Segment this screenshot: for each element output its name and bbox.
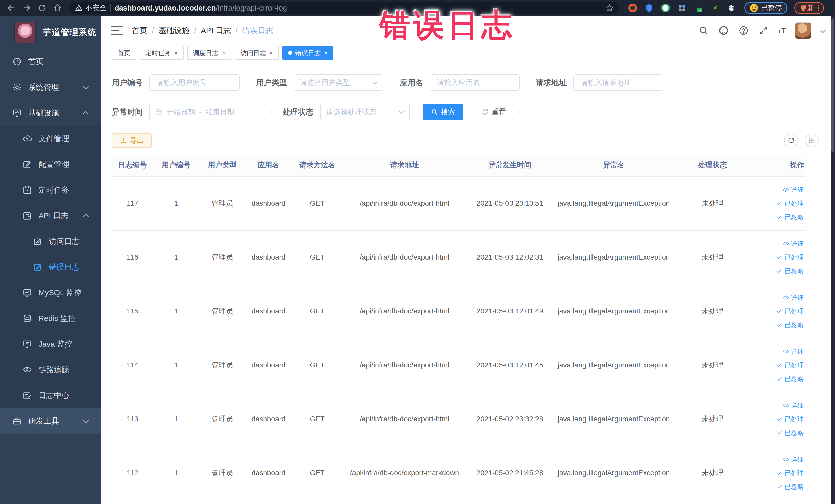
sidebar-item-config-management[interactable]: 配置管理 — [0, 152, 101, 177]
reset-button-label: 重置 — [492, 107, 506, 117]
breadcrumb-infrastructure[interactable]: 基础设施 — [159, 25, 189, 36]
scrollbar-thumb[interactable] — [831, 19, 834, 152]
mark-ignored-link[interactable]: 已忽略 — [776, 213, 804, 221]
reload-icon[interactable] — [36, 1, 49, 15]
extension-paw-icon[interactable] — [727, 3, 736, 13]
warning-triangle-icon — [75, 4, 83, 12]
extension-shield-icon[interactable] — [644, 3, 654, 13]
breadcrumb-home[interactable]: 首页 — [132, 25, 147, 36]
update-label: 更新 — [800, 3, 814, 13]
browser-menu-icon[interactable] — [818, 5, 819, 11]
col-user-type: 用户类型 — [199, 154, 245, 176]
avatar[interactable] — [795, 22, 811, 39]
search-icon[interactable] — [698, 25, 709, 36]
sidebar-item-access-logs[interactable]: 访问日志 — [0, 228, 101, 254]
extension-grid-icon[interactable] — [677, 3, 687, 13]
sidebar-item-label: API 日志 — [39, 210, 68, 221]
mark-ignored-link[interactable]: 已忽略 — [776, 428, 804, 437]
tab-error-logs[interactable]: 错误日志 × — [282, 46, 333, 60]
monitor-icon — [12, 108, 22, 118]
close-icon[interactable]: × — [222, 49, 225, 56]
mark-ignored-link[interactable]: 已忽略 — [776, 375, 804, 383]
close-icon[interactable]: × — [324, 49, 328, 56]
exception-time-range-picker[interactable]: 开始日期 - 结束日期 — [149, 104, 266, 120]
search-button[interactable]: 搜索 — [423, 104, 463, 120]
extension-adblock-on-icon[interactable]: on — [694, 3, 703, 13]
detail-link[interactable]: 详细 — [782, 240, 804, 248]
toolbox-icon — [12, 417, 22, 426]
eye-icon — [782, 402, 789, 408]
sidebar-item-infrastructure[interactable]: 基础设施 — [0, 100, 101, 126]
sidebar-item-dev-tools[interactable]: 研发工具 — [0, 408, 101, 434]
mark-processed-link[interactable]: 已处理 — [776, 415, 804, 423]
security-warning[interactable]: 不安全 — [75, 3, 107, 13]
mark-processed-link[interactable]: 已处理 — [776, 199, 804, 208]
sidebar-item-system-management[interactable]: 系统管理 — [0, 75, 101, 100]
mark-ignored-link[interactable]: 已忽略 — [776, 321, 804, 329]
sidebar-toggle-icon[interactable] — [111, 26, 123, 35]
sidebar-item-scheduled-tasks[interactable]: 定时任务 — [0, 177, 101, 203]
gear-icon — [12, 83, 22, 92]
breadcrumb-api-logs[interactable]: API 日志 — [201, 25, 231, 36]
extension-orange-icon[interactable] — [628, 3, 638, 13]
tab-scheduled-tasks[interactable]: 定时任务 × — [140, 46, 184, 60]
page-scrollbar[interactable] — [831, 16, 835, 504]
paused-badge-label: 已暂停 — [761, 3, 782, 13]
sidebar-item-file-management[interactable]: 文件管理 — [0, 126, 101, 152]
mark-processed-link[interactable]: 已处理 — [776, 469, 804, 477]
app-logo-row[interactable]: 芋道管理系统 — [0, 16, 101, 49]
help-icon[interactable] — [738, 25, 749, 36]
home-icon[interactable] — [51, 1, 64, 15]
mark-processed-link[interactable]: 已处理 — [776, 253, 804, 262]
process-status-select[interactable]: 请选择处理状态 — [320, 104, 410, 120]
forward-icon[interactable] — [20, 1, 33, 15]
detail-link[interactable]: 详细 — [782, 186, 804, 194]
request-url-input[interactable] — [573, 75, 663, 91]
sidebar-item-tracing[interactable]: 链路追踪 — [0, 357, 101, 383]
search-button-label: 搜索 — [441, 107, 455, 117]
avatar-caret-down-icon[interactable] — [820, 28, 826, 33]
mark-processed-link[interactable]: 已处理 — [776, 307, 804, 316]
app-name-input[interactable] — [430, 75, 520, 91]
paused-badge[interactable]: 已暂停 — [745, 2, 787, 14]
column-settings-button[interactable] — [805, 134, 819, 147]
font-size-icon[interactable]: TT — [778, 26, 786, 35]
sidebar-item-home[interactable]: 首页 — [0, 49, 101, 75]
bookmark-star-icon[interactable] — [605, 4, 614, 12]
mark-processed-link[interactable]: 已处理 — [776, 361, 804, 369]
cell-method: GET — [291, 199, 343, 207]
sidebar-item-mysql-monitor[interactable]: MySQL 监控 — [0, 280, 101, 305]
detail-link[interactable]: 详细 — [782, 455, 804, 464]
address-bar[interactable]: 不安全 dashboard.yudao.iocoder.cn/infra/log… — [70, 2, 619, 14]
browser-update-button[interactable]: 更新 — [794, 2, 824, 14]
tab-access-logs[interactable]: 访问日志 × — [235, 46, 279, 60]
mark-ignored-link[interactable]: 已忽略 — [776, 482, 804, 491]
tab-schedule-logs[interactable]: 调度日志 × — [187, 46, 231, 60]
reset-button[interactable]: 重置 — [474, 104, 514, 120]
extension-vue-devtools-icon[interactable] — [661, 3, 670, 13]
infrastructure-submenu: 文件管理 配置管理 定时任务 API 日志 — [0, 126, 101, 408]
back-icon[interactable] — [5, 1, 18, 15]
sidebar-item-java-monitor[interactable]: Java 监控 — [0, 331, 101, 357]
eye-icon — [782, 295, 789, 301]
sidebar-item-api-logs[interactable]: API 日志 — [0, 203, 101, 228]
user-type-select[interactable]: 请选择用户类型 — [294, 75, 384, 91]
sidebar-item-error-logs[interactable]: 错误日志 — [0, 254, 101, 280]
extension-leaf-icon[interactable] — [710, 3, 720, 13]
detail-link[interactable]: 详细 — [782, 401, 804, 410]
fullscreen-icon[interactable] — [758, 25, 769, 36]
user-id-input[interactable] — [149, 75, 240, 91]
sidebar-item-redis-monitor[interactable]: Redis 监控 — [0, 305, 101, 331]
tab-label: 调度日志 — [193, 49, 219, 57]
github-icon[interactable] — [718, 25, 729, 36]
tab-home[interactable]: 首页 — [112, 46, 136, 60]
filter-row-2: 异常时间 开始日期 - 结束日期 处理状态 请选择处理状态 搜索 — [112, 104, 835, 120]
refresh-table-button[interactable] — [784, 134, 798, 147]
detail-link[interactable]: 详细 — [782, 347, 804, 356]
close-icon[interactable]: × — [269, 49, 273, 56]
close-icon[interactable]: × — [174, 49, 178, 56]
sidebar-item-log-center[interactable]: 日志中心 — [0, 383, 101, 408]
detail-link[interactable]: 详细 — [782, 294, 804, 302]
mark-ignored-link[interactable]: 已忽略 — [776, 267, 804, 275]
export-button[interactable]: 导出 — [112, 133, 152, 148]
